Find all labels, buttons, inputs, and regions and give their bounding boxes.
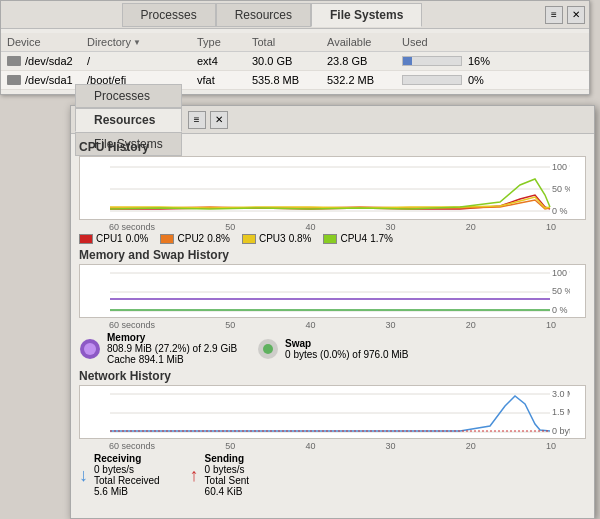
row2-progress-wrap: 0% — [402, 74, 583, 86]
row1-used: 16% — [402, 55, 583, 67]
back-close-btn[interactable]: ✕ — [567, 6, 585, 24]
cpu-chart-area: 100 % 50 % 0 % — [79, 156, 586, 220]
row1-available: 23.8 GB — [327, 55, 402, 67]
legend-item-cpu2: CPU2 0.8% — [160, 233, 229, 244]
col-header-available: Available — [327, 36, 402, 48]
row1-total: 30.0 GB — [252, 55, 327, 67]
tab-processes-front[interactable]: Processes — [75, 84, 182, 108]
svg-text:50 %: 50 % — [552, 184, 570, 194]
table-row: /dev/sda2 / ext4 30.0 GB 23.8 GB 16% — [1, 52, 589, 71]
legend-item-cpu1: CPU1 0.0% — [79, 233, 148, 244]
svg-text:0 bytes/s: 0 bytes/s — [552, 426, 570, 436]
memory-text: Memory 808.9 MiB (27.2%) of 2.9 GiB Cach… — [107, 332, 237, 365]
arrow-up-icon: ↑ — [190, 465, 199, 486]
row1-progress-fill — [403, 57, 412, 65]
row1-type: ext4 — [197, 55, 252, 67]
svg-text:0 %: 0 % — [552, 305, 568, 315]
memory-x-labels: 60 seconds 50 40 30 20 10 — [79, 320, 586, 330]
tab-resources-back[interactable]: Resources — [216, 3, 311, 27]
memory-chart-area: 100 % 50 % 0 % — [79, 264, 586, 318]
svg-point-15 — [263, 344, 273, 354]
svg-text:1.5 MiB/s: 1.5 MiB/s — [552, 407, 570, 417]
sending-block: ↑ Sending 0 bytes/s Total Sent 60.4 KiB — [190, 453, 249, 497]
svg-text:100 %: 100 % — [552, 162, 570, 172]
sort-arrow-icon: ▼ — [133, 38, 141, 47]
tab-filesystems-back[interactable]: File Systems — [311, 3, 422, 27]
table-header-row: Device Directory ▼ Type Total Available … — [1, 33, 589, 52]
svg-text:0 %: 0 % — [552, 206, 568, 216]
legend-item-cpu4: CPU4 1.7% — [323, 233, 392, 244]
receiving-block: ↓ Receiving 0 bytes/s Total Received 5.6… — [79, 453, 160, 497]
legend-cpu1-color — [79, 234, 93, 244]
memory-chart-svg: 100 % 50 % 0 % — [80, 265, 570, 319]
col-header-used: Used — [402, 36, 583, 48]
front-menu-btn[interactable]: ≡ — [188, 111, 206, 129]
network-section-title: Network History — [79, 369, 586, 383]
tab-resources-front[interactable]: Resources — [75, 108, 182, 132]
network-info: ↓ Receiving 0 bytes/s Total Received 5.6… — [79, 453, 586, 497]
front-close-btn[interactable]: ✕ — [210, 111, 228, 129]
swap-text: Swap 0 bytes (0.0%) of 976.0 MiB — [285, 338, 408, 360]
receiving-text: Receiving 0 bytes/s Total Received 5.6 M… — [94, 453, 160, 497]
memory-block: Memory 808.9 MiB (27.2%) of 2.9 GiB Cach… — [79, 332, 237, 365]
disk-icon — [7, 75, 21, 85]
file-systems-window: Processes Resources File Systems ≡ ✕ Dev… — [0, 0, 590, 95]
back-tabs: Processes Resources File Systems — [5, 3, 539, 27]
swap-icon — [257, 338, 279, 360]
svg-point-13 — [84, 343, 96, 355]
legend-item-cpu3: CPU3 0.8% — [242, 233, 311, 244]
row1-device: /dev/sda2 — [7, 55, 87, 67]
cpu-x-labels: 60 seconds 50 40 30 20 10 — [79, 222, 586, 232]
arrow-down-icon: ↓ — [79, 465, 88, 486]
cpu-legend: CPU1 0.0% CPU2 0.8% CPU3 0.8% CPU4 1.7% — [79, 233, 586, 244]
row2-used: 0% — [402, 74, 583, 86]
back-titlebar: Processes Resources File Systems ≡ ✕ — [1, 1, 589, 29]
svg-text:50 %: 50 % — [552, 286, 570, 296]
legend-cpu4-color — [323, 234, 337, 244]
resources-window: Processes Resources File Systems ≡ ✕ CPU… — [70, 105, 595, 519]
sending-text: Sending 0 bytes/s Total Sent 60.4 KiB — [205, 453, 249, 497]
memory-section-title: Memory and Swap History — [79, 248, 586, 262]
resources-content: CPU History 100 % 50 % 0 % 60 seconds 50 — [71, 134, 594, 518]
legend-cpu2-color — [160, 234, 174, 244]
row1-directory: / — [87, 55, 197, 67]
front-titlebar-buttons: ≡ ✕ — [188, 111, 228, 129]
col-header-total: Total — [252, 36, 327, 48]
col-header-device: Device — [7, 36, 87, 48]
disk-icon — [7, 56, 21, 66]
cpu-chart-svg: 100 % 50 % 0 % — [80, 157, 570, 221]
row2-available: 532.2 MB — [327, 74, 402, 86]
swap-block: Swap 0 bytes (0.0%) of 976.0 MiB — [257, 332, 408, 365]
network-chart-area: 3.0 MiB/s 1.5 MiB/s 0 bytes/s — [79, 385, 586, 439]
back-menu-btn[interactable]: ≡ — [545, 6, 563, 24]
network-x-labels: 60 seconds 50 40 30 20 10 — [79, 441, 586, 451]
back-titlebar-buttons: ≡ ✕ — [545, 6, 585, 24]
row2-type: vfat — [197, 74, 252, 86]
row2-total: 535.8 MB — [252, 74, 327, 86]
network-chart-svg: 3.0 MiB/s 1.5 MiB/s 0 bytes/s — [80, 386, 570, 440]
svg-text:100 %: 100 % — [552, 268, 570, 278]
tab-processes-back[interactable]: Processes — [122, 3, 216, 27]
svg-text:3.0 MiB/s: 3.0 MiB/s — [552, 389, 570, 399]
row1-progress-wrap: 16% — [402, 55, 583, 67]
memory-info: Memory 808.9 MiB (27.2%) of 2.9 GiB Cach… — [79, 332, 586, 365]
legend-cpu3-color — [242, 234, 256, 244]
memory-icon — [79, 338, 101, 360]
col-header-type: Type — [197, 36, 252, 48]
row1-progress-bar — [402, 56, 462, 66]
row2-progress-bar — [402, 75, 462, 85]
col-header-directory[interactable]: Directory ▼ — [87, 36, 197, 48]
front-titlebar: Processes Resources File Systems ≡ ✕ — [71, 106, 594, 134]
